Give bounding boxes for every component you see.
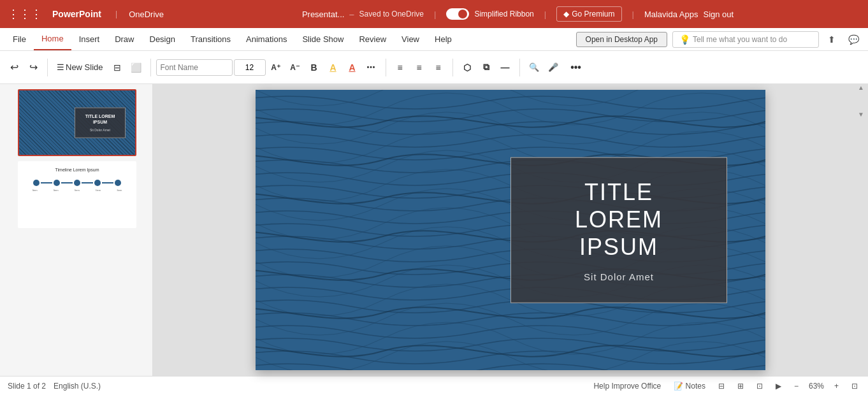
presentation-title: Presentat... <box>302 10 344 19</box>
timeline-label-2: Item <box>47 189 66 192</box>
slide-info: Slide 1 of 2 <box>8 382 46 391</box>
separator-2 <box>150 59 151 76</box>
numbering-button[interactable]: ≡ <box>410 59 428 76</box>
comment-button[interactable]: 💬 <box>844 33 863 46</box>
menu-insert[interactable]: Insert <box>71 28 108 50</box>
zoom-in-button[interactable]: + <box>832 380 841 392</box>
main-slide[interactable]: TITLE LOREM IPSUM Sit Dolor Amet <box>256 90 765 370</box>
find-button[interactable]: 🔍 <box>525 59 543 76</box>
simplified-ribbon-toggle-area: Simplified Ribbon <box>446 8 533 20</box>
slideshow-button[interactable]: ▶ <box>773 380 784 392</box>
redo-button[interactable]: ↪ <box>24 59 42 76</box>
timeline-line-3 <box>82 182 93 183</box>
grid-icon[interactable]: ⋮⋮⋮ <box>8 7 42 21</box>
paragraph-group: ≡ ≡ ≡ <box>391 59 447 76</box>
decrease-font-button[interactable]: A⁻ <box>286 59 304 76</box>
timeline-label-4: Item <box>89 189 108 192</box>
title-center: Presentat... – Saved to OneDrive | Simpl… <box>175 6 860 22</box>
help-improve-button[interactable]: Help Improve Office <box>591 380 663 392</box>
layout-button[interactable]: ⊟ <box>108 59 126 76</box>
onedrive-button[interactable]: OneDrive <box>124 8 169 20</box>
menu-design[interactable]: Design <box>142 28 183 50</box>
line-color-button[interactable]: — <box>496 59 514 76</box>
undo-button[interactable]: ↩ <box>5 59 23 76</box>
timeline-dot-1 <box>33 180 40 186</box>
slide-thumbnail-2[interactable]: 2 Timeline Lorem Ipsum <box>5 161 147 228</box>
separator-5 <box>519 59 520 76</box>
timeline-dot-3 <box>74 180 80 186</box>
menu-animations[interactable]: Animations <box>238 28 294 50</box>
fit-slide-button[interactable]: ⊡ <box>849 380 860 392</box>
timeline-line-2 <box>61 182 73 183</box>
zoom-out-button[interactable]: − <box>792 380 801 392</box>
slide-sorter-button[interactable]: ⊞ <box>735 380 746 392</box>
thumb2-title: Timeline Lorem Ipsum <box>24 168 130 172</box>
title-bar: ⋮⋮⋮ PowerPoint | OneDrive Presentat... –… <box>0 0 868 28</box>
timeline-dot-4 <box>94 180 101 186</box>
search-area[interactable]: 💡 Tell me what you want to do <box>672 31 819 48</box>
menu-help[interactable]: Help <box>427 28 459 50</box>
menu-draw[interactable]: Draw <box>107 28 141 50</box>
zoom-level: 63% <box>809 382 824 391</box>
slide-canvas: TITLE LOREM IPSUM Sit Dolor Amet <box>153 84 868 376</box>
slide-title-box[interactable]: TITLE LOREM IPSUM Sit Dolor Amet <box>510 157 727 303</box>
normal-view-button[interactable]: ⊟ <box>716 380 727 392</box>
share-button[interactable]: ⬆ <box>824 33 839 46</box>
menu-review[interactable]: Review <box>351 28 394 50</box>
drawing-group: ⬡ ⧉ — <box>458 59 514 76</box>
new-slide-button[interactable]: ☰ New Slide <box>53 60 107 75</box>
sign-out-link[interactable]: Sign out <box>703 10 734 19</box>
slide-panel: 1 TITLE LOREMIPSUM Sit Dolor Amet 2 Time… <box>0 84 153 376</box>
timeline-label-3: Item <box>68 189 87 192</box>
highlight-color-button[interactable]: A <box>324 59 342 76</box>
main-area: 1 TITLE LOREMIPSUM Sit Dolor Amet 2 Time… <box>0 84 868 376</box>
notes-button[interactable]: 📝 Notes <box>671 380 708 392</box>
more-button[interactable]: ••• <box>567 59 585 76</box>
slide-thumbnail-1[interactable]: 1 TITLE LOREMIPSUM Sit Dolor Amet <box>5 89 147 156</box>
shapes-button[interactable]: ⬡ <box>458 59 476 76</box>
go-premium-button[interactable]: ◆ Go Premium <box>556 6 621 22</box>
simplified-ribbon-label: Simplified Ribbon <box>474 10 533 18</box>
more-text-button[interactable]: ••• <box>363 59 380 76</box>
status-bar: Slide 1 of 2 English (U.S.) Help Improve… <box>0 376 868 395</box>
language-info: English (U.S.) <box>54 382 101 391</box>
malavida-apps-link[interactable]: Malavida Apps <box>644 10 698 19</box>
menu-file[interactable]: File <box>5 28 34 50</box>
slide-title-text: TITLE LOREM IPSUM <box>539 178 698 261</box>
menu-transitions[interactable]: Transitions <box>183 28 238 50</box>
diamond-icon: ◆ <box>563 10 569 18</box>
slide-thumb-inner-2: Timeline Lorem Ipsum <box>18 161 136 228</box>
bold-button[interactable]: B <box>305 59 323 76</box>
timeline-line-4 <box>102 182 113 183</box>
menu-home[interactable]: Home <box>34 28 71 50</box>
thumb1-title: TITLE LOREMIPSUM <box>82 113 119 126</box>
font-size-input[interactable] <box>234 59 266 76</box>
menu-view[interactable]: View <box>394 28 427 50</box>
saved-status: Saved to OneDrive <box>359 10 424 18</box>
new-slide-icon: ☰ <box>57 62 64 72</box>
align-button[interactable]: ≡ <box>430 59 447 76</box>
slide-thumb-inner-1: TITLE LOREMIPSUM Sit Dolor Amet <box>18 89 136 156</box>
simplified-ribbon-toggle[interactable] <box>446 8 469 20</box>
slide-size-button[interactable]: ⬜ <box>127 59 145 76</box>
dictation-button[interactable]: 🎤 <box>544 59 562 76</box>
font-name-input[interactable] <box>156 59 233 76</box>
undo-redo-group: ↩ ↪ <box>5 59 42 76</box>
increase-font-button[interactable]: A⁺ <box>267 59 285 76</box>
slide-group: ☰ New Slide ⊟ ⬜ <box>53 59 145 76</box>
menu-slideshow[interactable]: Slide Show <box>294 28 351 50</box>
app-name: PowerPoint <box>52 9 101 19</box>
arrange-button[interactable]: ⧉ <box>477 59 495 76</box>
separator-3 <box>386 59 386 76</box>
open-desktop-button[interactable]: Open in Desktop App <box>576 32 667 47</box>
thumb1-subtitle: Sit Dolor Amet <box>82 128 119 133</box>
menu-right-area: Open in Desktop App 💡 Tell me what you w… <box>576 28 863 50</box>
font-color-button[interactable]: A <box>344 59 361 76</box>
font-group: A⁺ A⁻ B A A ••• <box>156 59 380 76</box>
bullets-button[interactable]: ≡ <box>391 59 409 76</box>
timeline-dot-2 <box>54 180 60 186</box>
timeline-dot-5 <box>115 180 121 186</box>
reading-view-button[interactable]: ⊡ <box>754 380 765 392</box>
slide-subtitle-text: Sit Dolor Amet <box>539 271 698 282</box>
timeline-label-1: Item <box>25 189 45 192</box>
